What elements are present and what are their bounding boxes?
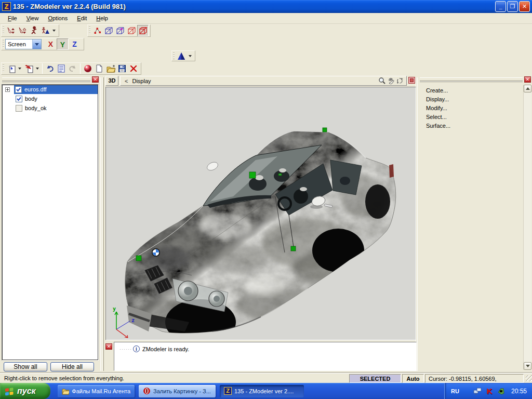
- menu-surface[interactable]: Surface...: [419, 122, 523, 130]
- viewport-3d-canvas[interactable]: y z x: [105, 87, 416, 340]
- folder-icon: [62, 388, 69, 395]
- undo-icon[interactable]: [44, 63, 56, 74]
- history-log-icon[interactable]: [56, 63, 67, 74]
- left-panel-close-icon[interactable]: ✕: [92, 76, 99, 83]
- menu-view[interactable]: View: [22, 14, 44, 22]
- kaspersky-icon[interactable]: K: [485, 387, 494, 395]
- polygons-level-cube-icon[interactable]: [114, 25, 126, 36]
- menu-modify[interactable]: Modify...: [419, 104, 523, 113]
- running-man-icon[interactable]: [28, 25, 39, 36]
- windows-flag-icon: [4, 387, 15, 396]
- viewport-maximize-button[interactable]: [408, 77, 415, 84]
- viewport-mode-button[interactable]: 3D: [105, 76, 118, 86]
- material-sphere-icon[interactable]: [82, 63, 94, 74]
- selection-marker: [291, 246, 296, 251]
- select-arrow-outline-icon[interactable]: [17, 25, 28, 36]
- hide-all-button[interactable]: Hide all: [50, 362, 94, 371]
- edges-level-cube-icon[interactable]: [103, 25, 114, 36]
- axis-x-button[interactable]: X: [45, 38, 57, 50]
- scroll-down-icon[interactable]: [524, 362, 531, 370]
- menu-select[interactable]: Select...: [419, 113, 523, 122]
- restore-button[interactable]: ❐: [507, 1, 518, 12]
- tree-expand-icon[interactable]: [5, 87, 10, 92]
- export-icon[interactable]: [23, 63, 34, 74]
- taskbar: пуск Файлы Mail.Ru Агента Залить Картинк…: [0, 383, 532, 399]
- tree-node-body: body: [15, 94, 98, 103]
- language-indicator[interactable]: RU: [451, 388, 459, 394]
- viewport-title-bar[interactable]: < Display: [120, 76, 407, 86]
- cone-dropdown-icon[interactable]: [189, 55, 192, 57]
- import-icon[interactable]: [5, 63, 17, 74]
- vertices-level-icon[interactable]: [91, 25, 103, 36]
- show-all-button[interactable]: Show all: [4, 362, 47, 371]
- checkbox-body-ok-unchecked[interactable]: [16, 105, 22, 112]
- export-dropdown-icon[interactable]: [36, 68, 39, 70]
- status-cursor-coords: Cursor: -0.98115, 1.60569, -0.34253: [425, 374, 524, 383]
- taskbar-item-zmodeler[interactable]: Z 135 - ZModeler ver 2....: [220, 385, 304, 397]
- checkbox-euros-checked[interactable]: [15, 86, 22, 93]
- left-splitter[interactable]: [100, 76, 103, 372]
- group-dropdown-icon[interactable]: [52, 30, 56, 32]
- resize-grip[interactable]: [526, 375, 532, 381]
- menu-edit[interactable]: Edit: [72, 14, 91, 22]
- title-bar: Z 135 - ZModeler ver 2.2.4 (Build 981) _…: [0, 0, 532, 13]
- tree-node-body-ok: body_ok: [15, 103, 98, 113]
- taskbar-item-mailru-files[interactable]: Файлы Mail.Ru Агента: [58, 385, 135, 397]
- object-group-icon[interactable]: [39, 25, 51, 36]
- new-file-icon[interactable]: [94, 63, 105, 74]
- menu-create[interactable]: Create...: [419, 86, 523, 95]
- toolbar-row-1: [0, 24, 532, 37]
- combo-dropdown-icon[interactable]: [32, 39, 41, 49]
- viewport-view-label[interactable]: Display: [132, 78, 151, 84]
- right-panel-grip[interactable]: [420, 77, 523, 82]
- menu-display[interactable]: Display...: [419, 95, 523, 104]
- selection-marker: [323, 128, 327, 132]
- objects-level-active-cube-icon[interactable]: [137, 25, 149, 36]
- right-panel-scrollbar[interactable]: [523, 85, 531, 370]
- open-file-icon[interactable]: [105, 63, 116, 74]
- pan-hand-icon[interactable]: [387, 77, 395, 85]
- agent-icon[interactable]: [497, 387, 506, 395]
- save-icon[interactable]: [116, 63, 128, 74]
- select-arrow-updown-icon[interactable]: [5, 25, 17, 36]
- right-panel: ✕ Create... Display... Modify... Select.…: [419, 75, 532, 372]
- tree-row-body-ok[interactable]: body_ok: [2, 103, 98, 113]
- menu-help[interactable]: Help: [91, 14, 113, 22]
- view-back-icon[interactable]: <: [125, 78, 128, 84]
- zoom-magnifier-icon[interactable]: [378, 77, 387, 85]
- cone-primitive-icon[interactable]: [176, 50, 187, 62]
- tree-label[interactable]: body_ok: [25, 105, 47, 111]
- scene-tree[interactable]: euros.dff body body_ok: [2, 84, 99, 361]
- status-mode-badge: SELECTED MODE: [349, 374, 401, 383]
- status-auto-badge[interactable]: Auto: [402, 374, 424, 383]
- close-button[interactable]: ✕: [519, 1, 530, 12]
- menu-file[interactable]: File: [3, 14, 22, 22]
- tree-label[interactable]: euros.dff: [24, 86, 47, 92]
- delete-icon[interactable]: [128, 63, 139, 74]
- start-button[interactable]: пуск: [0, 383, 50, 399]
- status-bar: Right-click to remove selection from eve…: [0, 373, 532, 383]
- left-panel-header: ✕: [1, 76, 100, 83]
- car-model[interactable]: y z x: [106, 87, 416, 340]
- scroll-up-icon[interactable]: [524, 85, 531, 92]
- tree-row-body[interactable]: body: [2, 94, 98, 103]
- tree-label[interactable]: body: [25, 96, 37, 102]
- axis-y-button[interactable]: Y: [57, 38, 69, 50]
- right-panel-close-icon[interactable]: ✕: [524, 76, 531, 83]
- message-panel-close-icon[interactable]: ✕: [105, 343, 112, 350]
- import-dropdown-icon[interactable]: [18, 68, 21, 70]
- tree-row-euros[interactable]: euros.dff: [2, 85, 98, 94]
- taskbar-item-upload-picture[interactable]: Залить Картинку - З...: [139, 385, 216, 397]
- axis-z-button[interactable]: Z: [69, 38, 81, 50]
- view-mode-combo[interactable]: Screen: [5, 39, 42, 49]
- menu-options[interactable]: Options: [43, 14, 72, 22]
- orbit-rotate-icon[interactable]: [395, 77, 404, 85]
- message-panel: ······ i ZModeler is ready.: [114, 342, 417, 371]
- redo-disabled-icon: [67, 63, 78, 74]
- minimize-button[interactable]: _: [495, 1, 506, 12]
- network-icon[interactable]: [473, 387, 482, 395]
- system-tray: RU K 20:55: [444, 383, 532, 399]
- objects-level-cube-icon[interactable]: [126, 25, 137, 36]
- checkbox-body-checked[interactable]: [16, 96, 22, 102]
- left-panel-grip[interactable]: [2, 77, 90, 82]
